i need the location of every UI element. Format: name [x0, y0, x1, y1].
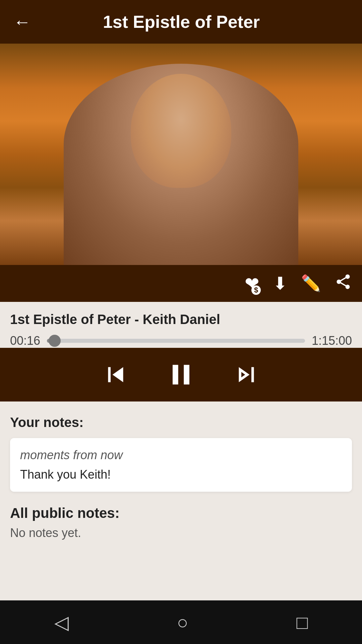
total-time: 1:15:00 [312, 334, 352, 348]
progress-thumb[interactable] [49, 335, 61, 347]
bottom-nav: ◁ ○ □ [0, 600, 362, 644]
controls-bar [0, 348, 362, 401]
download-button[interactable]: ⬇ [273, 273, 288, 293]
top-bar: ← 1st Epistle of Peter [0, 0, 362, 44]
system-back-button[interactable]: ◁ [54, 611, 69, 633]
notes-content: Thank you Keith! [20, 468, 342, 482]
progress-row: 00:16 1:15:00 [10, 334, 352, 348]
notes-placeholder: moments from now [20, 448, 342, 462]
cover-image [0, 44, 362, 265]
current-time: 00:16 [10, 334, 40, 348]
favorite-button[interactable]: ❤ $ [245, 273, 259, 293]
public-notes-text: No notes yet. [10, 526, 352, 540]
person-head [131, 74, 231, 188]
system-recents-button[interactable]: □ [297, 611, 308, 633]
notes-section: Your notes: moments from now Thank you K… [0, 401, 362, 600]
public-notes-label: All public notes: [10, 505, 352, 521]
track-section: 1st Epistle of Peter - Keith Daniel 00:1… [0, 302, 362, 348]
dollar-badge: $ [251, 285, 261, 295]
skip-next-icon [231, 360, 261, 390]
share-icon [335, 273, 352, 290]
back-button[interactable]: ← [13, 13, 31, 31]
track-title: 1st Epistle of Peter - Keith Daniel [10, 312, 352, 327]
next-button[interactable] [231, 360, 261, 390]
previous-button[interactable] [101, 360, 131, 390]
skip-prev-icon [101, 360, 131, 390]
progress-bar[interactable] [47, 339, 305, 343]
person-silhouette [64, 64, 298, 265]
pause-button[interactable] [164, 358, 198, 391]
page-title: 1st Epistle of Peter [41, 12, 322, 32]
action-bar: ❤ $ ⬇ ✏️ [0, 265, 362, 302]
pause-icon [164, 358, 198, 391]
system-home-button[interactable]: ○ [177, 611, 188, 633]
share-button[interactable] [335, 273, 352, 294]
edit-button[interactable]: ✏️ [301, 274, 321, 293]
notes-label: Your notes: [10, 415, 352, 430]
notes-box[interactable]: moments from now Thank you Keith! [10, 438, 352, 492]
